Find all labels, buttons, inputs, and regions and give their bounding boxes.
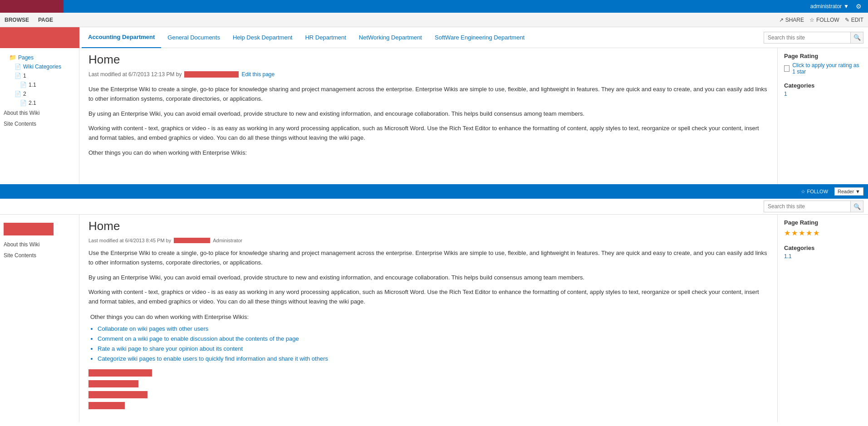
second-body-para-1: Use the Enterprise Wiki to create a sing…	[88, 249, 768, 268]
second-site-contents-link[interactable]: Site Contents	[0, 250, 79, 261]
sidebar-item-1[interactable]: 📄 1	[4, 71, 75, 80]
rating-checkbox[interactable]	[784, 65, 790, 72]
gear-icon[interactable]: ⚙	[853, 1, 863, 11]
share-icon: ↗	[779, 17, 784, 23]
author-redacted	[184, 71, 239, 78]
admin-label: administrator	[810, 3, 842, 10]
follow-button[interactable]: ☆ FOLLOW	[809, 17, 839, 23]
top-bar-right: administrator ▼ ⚙	[810, 1, 863, 11]
rating-row: Click to apply your rating as 1 star	[784, 62, 862, 75]
sidebar-item-2[interactable]: 📄 2	[4, 89, 75, 98]
about-wiki-link[interactable]: About this Wiki	[0, 108, 79, 118]
edit-this-page-link[interactable]: Edit this page	[241, 71, 275, 78]
section-divider-wrapper: ☆ FOLLOW Reader ▼	[0, 184, 868, 199]
categories-value[interactable]: 1	[784, 91, 862, 97]
star-rating[interactable]: ★ ★ ★ ★ ★	[784, 229, 862, 237]
star-2[interactable]: ★	[791, 229, 798, 237]
main-content: Home Last modified at 6/7/2013 12:13 PM …	[79, 48, 777, 184]
bullet-item-1[interactable]: Collaborate on wiki pages with other use…	[98, 324, 768, 334]
second-categories-value[interactable]: 1.1	[784, 253, 862, 260]
star-4[interactable]: ★	[806, 229, 812, 237]
page-body: Use the Enterprise Wiki to create a sing…	[88, 85, 768, 158]
second-search-icon[interactable]: 🔍	[850, 201, 863, 212]
logo-redacted	[0, 27, 79, 48]
sidebar-tree: 📁 Pages 📄 Wiki Categories 📄 1 📄 1.1 📄 2 …	[0, 53, 79, 108]
second-right-panel: Page Rating ★ ★ ★ ★ ★ Categories 1.1	[777, 215, 868, 422]
second-body-para-3: Working with content - text, graphics or…	[88, 288, 768, 307]
second-sidebar-redacted	[4, 223, 54, 235]
second-follow-button[interactable]: ☆ FOLLOW	[801, 189, 828, 195]
nav-bar: Accounting Department General Documents …	[0, 27, 868, 48]
bullet-list: Other things you can do when working wit…	[88, 312, 768, 364]
nav-link-networking[interactable]: NetWorking Department	[353, 27, 428, 48]
second-rating-section: Page Rating ★ ★ ★ ★ ★	[784, 219, 862, 237]
reader-dropdown[interactable]: Reader ▼	[834, 187, 863, 196]
right-panel: Page Rating Click to apply your rating a…	[777, 48, 868, 184]
edit-button[interactable]: ✎ EDIT	[845, 17, 863, 23]
nav-link-general-docs[interactable]: General Documents	[161, 27, 226, 48]
sidebar-item-2-1[interactable]: 📄 2.1	[4, 98, 75, 108]
item-1-1-label: 1.1	[29, 82, 36, 88]
first-section: 📁 Pages 📄 Wiki Categories 📄 1 📄 1.1 📄 2 …	[0, 48, 868, 184]
page-icon-1: 📄	[15, 73, 21, 79]
chevron-down-icon: ▼	[843, 3, 849, 10]
page-meta-prefix: Last modified at 6/7/2013 12:13 PM by	[88, 71, 181, 78]
wiki-categories-label: Wiki Categories	[23, 64, 61, 70]
follow-icon: ☆	[809, 17, 814, 23]
sidebar-item-1-1[interactable]: 📄 1.1	[4, 80, 75, 89]
redacted-link-2	[88, 380, 138, 387]
chevron-reader-icon: ▼	[855, 189, 860, 194]
ribbon-bar: BROWSE PAGE ↗ SHARE ☆ FOLLOW ✎ EDIT	[0, 13, 868, 27]
sidebar-item-wiki-categories[interactable]: 📄 Wiki Categories	[4, 62, 75, 71]
body-para-1: Use the Enterprise Wiki to create a sing…	[88, 85, 768, 104]
second-about-wiki-link[interactable]: About this Wiki	[0, 239, 79, 250]
section-divider: ☆ FOLLOW Reader ▼	[0, 184, 868, 199]
second-main: Home Last modified at 6/4/2013 8:45 PM b…	[79, 215, 777, 422]
site-contents-link[interactable]: Site Contents	[0, 118, 79, 129]
item-2-label: 2	[23, 91, 26, 97]
categories-title: Categories	[784, 82, 862, 89]
second-page-body: Use the Enterprise Wiki to create a sing…	[88, 249, 768, 307]
nav-link-accounting[interactable]: Accounting Department	[82, 27, 161, 48]
bullet-item-2[interactable]: Comment on a wiki page to enable discuss…	[98, 334, 768, 344]
star-half[interactable]: ★	[813, 229, 819, 237]
star-3[interactable]: ★	[799, 229, 805, 237]
second-author-redacted	[174, 238, 210, 243]
second-meta-prefix: Last modified at 6/4/2013 8:45 PM by	[88, 238, 171, 243]
body-para-4: Other things you can do when working wit…	[88, 148, 768, 158]
bullet-item-4[interactable]: Categorize wiki pages to enable users to…	[98, 354, 768, 364]
share-button[interactable]: ↗ SHARE	[779, 17, 804, 23]
rating-section: Page Rating Click to apply your rating a…	[784, 53, 862, 75]
nav-link-software[interactable]: SoftWare Engineering Department	[428, 27, 531, 48]
bullet-item-3[interactable]: Rate a wiki page to share your opinion a…	[98, 344, 768, 354]
page-button[interactable]: PAGE	[38, 17, 53, 23]
sidebar: 📁 Pages 📄 Wiki Categories 📄 1 📄 1.1 📄 2 …	[0, 48, 79, 184]
admin-dropdown[interactable]: administrator ▼	[810, 3, 849, 10]
page-meta: Last modified at 6/7/2013 12:13 PM by Ed…	[88, 71, 768, 78]
second-categories-section: Categories 1.1	[784, 245, 862, 260]
second-admin-label: Administrator	[213, 238, 242, 243]
body-para-3: Working with content - text, graphics or…	[88, 124, 768, 143]
nav-link-helpdesk[interactable]: Help Desk Department	[226, 27, 299, 48]
page-icon-wiki: 📄	[15, 64, 21, 70]
ribbon-right: ↗ SHARE ☆ FOLLOW ✎ EDIT	[779, 17, 863, 23]
follow-icon-2: ☆	[801, 189, 805, 195]
search-icon[interactable]: 🔍	[850, 32, 863, 43]
nav-search: 🔍	[764, 32, 863, 44]
star-1[interactable]: ★	[784, 229, 790, 237]
body-para-2: By using an Enterprise Wiki, you can avo…	[88, 109, 768, 119]
item-2-1-label: 2.1	[29, 100, 36, 106]
second-page-meta: Last modified at 6/4/2013 8:45 PM by Adm…	[88, 238, 768, 243]
bullet-item-0: Other things you can do when working wit…	[90, 312, 768, 322]
sidebar-item-pages[interactable]: 📁 Pages	[4, 53, 75, 62]
second-search-input[interactable]	[764, 201, 850, 212]
rating-text[interactable]: Click to apply your rating as 1 star	[792, 62, 862, 75]
browse-button[interactable]: BROWSE	[5, 17, 29, 23]
second-body-para-2: By using an Enterprise Wiki, you can avo…	[88, 273, 768, 283]
pages-label: Pages	[18, 54, 34, 61]
rating-title: Page Rating	[784, 53, 862, 59]
item-1-label: 1	[23, 73, 26, 79]
nav-link-hr[interactable]: HR Department	[299, 27, 352, 48]
redacted-link-1	[88, 369, 152, 377]
search-input[interactable]	[764, 32, 850, 43]
